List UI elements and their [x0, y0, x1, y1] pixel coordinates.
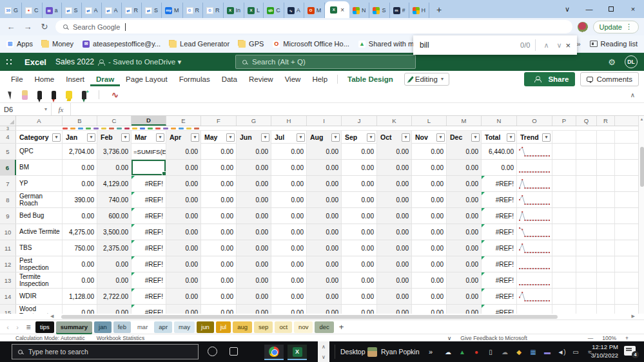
browser-tab[interactable]: XIn — [224, 3, 245, 18]
column-header-B[interactable]: B — [63, 116, 97, 126]
sheet-tab-aug[interactable]: aug — [233, 321, 252, 333]
cell[interactable] — [597, 272, 615, 288]
cell[interactable]: 0.00 — [307, 289, 342, 304]
row-header[interactable]: 15 — [0, 305, 16, 314]
cell[interactable]: 0.00 — [237, 192, 271, 207]
cell[interactable]: 0.00 — [166, 305, 201, 314]
cell-total[interactable]: #REF! — [482, 224, 517, 240]
cell[interactable] — [597, 305, 615, 314]
cell[interactable]: 0.00 — [377, 176, 412, 191]
cell[interactable]: 0.00 — [201, 176, 237, 191]
cell[interactable]: 0.00 — [237, 305, 271, 314]
cell[interactable]: 0.00 — [412, 289, 447, 304]
cell-total[interactable]: #REF! — [482, 176, 517, 191]
table-header-nov[interactable]: Nov▾ — [412, 131, 447, 144]
cell[interactable]: 0.00 — [307, 224, 342, 240]
sheet-list-menu-icon[interactable]: ≡ — [23, 323, 34, 332]
bookmark-item[interactable]: GPS — [239, 40, 264, 48]
column-header-M[interactable]: M — [447, 116, 482, 126]
reading-list-button[interactable]: Reading list — [590, 40, 638, 48]
cell[interactable]: 0.00 — [342, 272, 377, 288]
cell[interactable] — [132, 160, 166, 175]
cell[interactable] — [552, 224, 576, 240]
cell[interactable]: 0.00 — [377, 224, 412, 240]
zoom-out-button[interactable]: — — [588, 335, 594, 341]
gdrive-icon[interactable]: ▲ — [458, 347, 467, 356]
bookmark-item[interactable]: ⊞Apps — [6, 40, 33, 48]
yellow-highlighter-icon[interactable] — [66, 91, 72, 99]
cell[interactable]: 0.00 — [271, 144, 307, 159]
table-header-apr[interactable]: Apr▾ — [166, 131, 201, 144]
cell-category[interactable]: Pest Inspection — [16, 256, 63, 272]
column-header-H[interactable]: H — [271, 116, 307, 126]
cell[interactable]: 0.00 — [201, 240, 237, 256]
cell-total[interactable]: #REF! — [482, 192, 517, 207]
cell[interactable]: 0.00 — [412, 256, 447, 272]
bookmark-item[interactable]: Money — [42, 40, 73, 48]
profile-avatar[interactable] — [578, 22, 588, 32]
cell[interactable]: 0.00 — [342, 208, 377, 224]
row-header[interactable]: 9 — [0, 208, 16, 224]
cell-category[interactable]: German Roach — [16, 192, 63, 207]
tab-file[interactable]: File — [5, 72, 29, 86]
sheet-tab-mar[interactable]: mar — [133, 321, 152, 333]
cell[interactable] — [576, 131, 597, 144]
cell[interactable] — [597, 224, 615, 240]
cell[interactable]: 0.00 — [201, 289, 237, 304]
save-status[interactable]: - Saved to OneDrive ▾ — [108, 57, 181, 66]
cell[interactable]: 0.00 — [201, 208, 237, 224]
cell[interactable]: 0.00 — [271, 160, 307, 175]
filter-dropdown-icon[interactable]: ▾ — [367, 133, 375, 142]
cell-total[interactable]: #REF! — [482, 305, 517, 314]
cell[interactable]: 0.00 — [201, 256, 237, 272]
browser-tab[interactable]: XL — [244, 3, 264, 18]
cell[interactable]: #REF! — [132, 256, 166, 272]
sheet-tab-tips[interactable]: tips — [35, 321, 54, 333]
cell[interactable]: 0.00 — [412, 176, 447, 191]
table-header-feb[interactable]: Feb▾ — [97, 131, 132, 144]
cell-total[interactable]: #REF! — [482, 240, 517, 256]
cell[interactable]: 0.00 — [237, 160, 271, 175]
column-header-G[interactable]: G — [237, 116, 271, 126]
cell[interactable] — [576, 144, 597, 159]
app-blue-icon[interactable]: ▦ — [529, 347, 538, 356]
cell[interactable]: 0.00 — [377, 240, 412, 256]
workbook-statistics[interactable]: Workbook Statistics — [97, 335, 144, 341]
cell[interactable]: =SUMIFS(ExpM — [132, 144, 166, 159]
cell[interactable]: 0.00 — [201, 224, 237, 240]
filter-dropdown-icon[interactable]: ▾ — [471, 133, 480, 142]
cell[interactable]: 0.00 — [447, 192, 482, 207]
column-header-L[interactable]: L — [412, 116, 447, 126]
cell[interactable] — [576, 272, 597, 288]
red-pen-icon[interactable] — [52, 91, 56, 99]
browser-tab[interactable]: 10G — [1, 3, 22, 18]
cell[interactable]: 0.00 — [271, 256, 307, 272]
cell[interactable]: 0.00 — [201, 144, 237, 159]
cell[interactable]: 0.00 — [271, 272, 307, 288]
cell-trend[interactable] — [517, 176, 552, 191]
cell[interactable]: 0.00 — [63, 272, 97, 288]
cell[interactable]: 0.00 — [166, 208, 201, 224]
sheet-tab-nov[interactable]: nov — [294, 321, 313, 333]
table-header-aug[interactable]: Aug▾ — [307, 131, 342, 144]
cell[interactable]: 0.00 — [342, 176, 377, 191]
cell[interactable]: 0.00 — [97, 305, 132, 314]
forward-icon[interactable]: → — [22, 22, 34, 32]
restore-button[interactable] — [600, 0, 622, 18]
cell[interactable]: 0.00 — [307, 144, 342, 159]
formula-input[interactable] — [71, 103, 644, 115]
cell-category[interactable]: WDIR — [16, 289, 63, 304]
ink-replay-icon[interactable]: ∿ — [112, 90, 119, 100]
column-header-K[interactable]: K — [377, 116, 412, 126]
cell[interactable]: 0.00 — [377, 144, 412, 159]
cell[interactable]: #REF! — [132, 192, 166, 207]
cell[interactable]: 0.00 — [97, 160, 132, 175]
sheet-tab-jul[interactable]: jul — [216, 321, 231, 333]
row-header[interactable]: 11 — [0, 240, 16, 256]
column-header-N[interactable]: N — [482, 116, 517, 126]
chrome-taskbar-icon[interactable] — [264, 345, 284, 360]
cell[interactable] — [552, 144, 576, 159]
browser-tab[interactable]: OM — [304, 3, 326, 18]
cell[interactable]: 0.00 — [271, 192, 307, 207]
sheet-tab-jun[interactable]: jun — [197, 321, 214, 333]
